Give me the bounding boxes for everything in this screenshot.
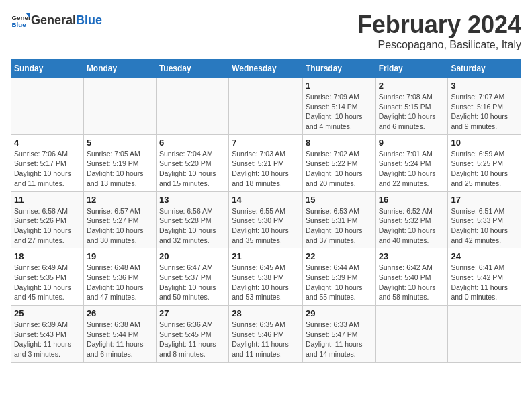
calendar-cell: 20Sunrise: 6:47 AM Sunset: 5:37 PM Dayli…	[156, 248, 228, 306]
calendar-cell: 22Sunrise: 6:44 AM Sunset: 5:39 PM Dayli…	[302, 248, 375, 306]
day-number: 28	[232, 308, 300, 318]
calendar-table: SundayMondayTuesdayWednesdayThursdayFrid…	[11, 59, 521, 363]
day-number: 1	[306, 81, 373, 91]
calendar-cell: 17Sunrise: 6:51 AM Sunset: 5:33 PM Dayli…	[448, 191, 521, 248]
calendar-cell: 9Sunrise: 7:01 AM Sunset: 5:24 PM Daylig…	[375, 134, 448, 191]
day-info: Sunrise: 7:09 AM Sunset: 5:14 PM Dayligh…	[306, 92, 373, 132]
day-number: 12	[87, 195, 153, 205]
day-info: Sunrise: 6:51 AM Sunset: 5:33 PM Dayligh…	[451, 206, 518, 246]
calendar-cell	[11, 78, 84, 135]
calendar-cell	[448, 306, 521, 363]
day-number: 10	[451, 138, 518, 148]
column-headers: SundayMondayTuesdayWednesdayThursdayFrid…	[11, 60, 521, 78]
column-header-monday: Monday	[83, 60, 156, 78]
day-number: 11	[14, 195, 81, 205]
day-info: Sunrise: 7:04 AM Sunset: 5:20 PM Dayligh…	[159, 149, 226, 189]
calendar-cell: 7Sunrise: 7:03 AM Sunset: 5:21 PM Daylig…	[229, 134, 303, 191]
day-info: Sunrise: 6:48 AM Sunset: 5:36 PM Dayligh…	[87, 263, 153, 302]
calendar-cell: 15Sunrise: 6:53 AM Sunset: 5:31 PM Dayli…	[302, 191, 375, 248]
calendar-cell: 3Sunrise: 7:07 AM Sunset: 5:16 PM Daylig…	[448, 78, 521, 135]
calendar-cell: 4Sunrise: 7:06 AM Sunset: 5:17 PM Daylig…	[11, 134, 84, 191]
day-number: 26	[87, 308, 153, 318]
subtitle: Pescopagano, Basilicate, Italy	[357, 39, 521, 51]
calendar-cell: 19Sunrise: 6:48 AM Sunset: 5:36 PM Dayli…	[83, 248, 156, 306]
day-number: 29	[306, 308, 373, 318]
week-row-5: 25Sunrise: 6:39 AM Sunset: 5:43 PM Dayli…	[11, 306, 521, 363]
day-info: Sunrise: 6:47 AM Sunset: 5:37 PM Dayligh…	[159, 263, 226, 302]
day-info: Sunrise: 7:02 AM Sunset: 5:22 PM Dayligh…	[306, 149, 373, 189]
main-title: February 2024	[357, 11, 521, 39]
day-info: Sunrise: 6:56 AM Sunset: 5:28 PM Dayligh…	[159, 206, 226, 246]
day-number: 23	[379, 251, 445, 261]
day-number: 4	[14, 138, 81, 148]
day-number: 2	[379, 81, 445, 91]
calendar-cell: 18Sunrise: 6:49 AM Sunset: 5:35 PM Dayli…	[11, 248, 84, 306]
logo-icon: General Blue	[11, 11, 30, 30]
calendar-cell: 21Sunrise: 6:45 AM Sunset: 5:38 PM Dayli…	[229, 248, 303, 306]
calendar-cell: 8Sunrise: 7:02 AM Sunset: 5:22 PM Daylig…	[302, 134, 375, 191]
day-number: 27	[159, 308, 226, 318]
day-number: 16	[379, 195, 445, 205]
day-info: Sunrise: 6:57 AM Sunset: 5:27 PM Dayligh…	[87, 206, 153, 246]
calendar-cell	[156, 78, 228, 135]
calendar-cell	[229, 78, 303, 135]
day-number: 8	[306, 138, 373, 148]
column-header-tuesday: Tuesday	[156, 60, 228, 78]
calendar-cell: 25Sunrise: 6:39 AM Sunset: 5:43 PM Dayli…	[11, 306, 84, 363]
day-info: Sunrise: 7:01 AM Sunset: 5:24 PM Dayligh…	[379, 149, 445, 189]
calendar-cell: 14Sunrise: 6:55 AM Sunset: 5:30 PM Dayli…	[229, 191, 303, 248]
day-info: Sunrise: 6:53 AM Sunset: 5:31 PM Dayligh…	[306, 206, 373, 246]
calendar-cell: 6Sunrise: 7:04 AM Sunset: 5:20 PM Daylig…	[156, 134, 228, 191]
column-header-friday: Friday	[375, 60, 448, 78]
day-info: Sunrise: 6:49 AM Sunset: 5:35 PM Dayligh…	[14, 263, 81, 302]
day-number: 5	[87, 138, 153, 148]
day-number: 17	[451, 195, 518, 205]
day-info: Sunrise: 6:52 AM Sunset: 5:32 PM Dayligh…	[379, 206, 445, 246]
calendar-cell: 28Sunrise: 6:35 AM Sunset: 5:46 PM Dayli…	[229, 306, 303, 363]
column-header-wednesday: Wednesday	[229, 60, 303, 78]
calendar-cell: 26Sunrise: 6:38 AM Sunset: 5:44 PM Dayli…	[83, 306, 156, 363]
day-info: Sunrise: 6:45 AM Sunset: 5:38 PM Dayligh…	[232, 263, 300, 302]
day-number: 3	[451, 81, 518, 91]
calendar-cell: 12Sunrise: 6:57 AM Sunset: 5:27 PM Dayli…	[83, 191, 156, 248]
day-info: Sunrise: 6:36 AM Sunset: 5:45 PM Dayligh…	[159, 320, 226, 359]
day-number: 24	[451, 251, 518, 261]
day-number: 19	[87, 251, 153, 261]
title-area: February 2024 Pescopagano, Basilicate, I…	[357, 11, 521, 51]
day-info: Sunrise: 6:35 AM Sunset: 5:46 PM Dayligh…	[232, 320, 300, 359]
calendar-cell: 2Sunrise: 7:08 AM Sunset: 5:15 PM Daylig…	[375, 78, 448, 135]
day-number: 25	[14, 308, 81, 318]
calendar-cell: 29Sunrise: 6:33 AM Sunset: 5:47 PM Dayli…	[302, 306, 375, 363]
day-info: Sunrise: 6:44 AM Sunset: 5:39 PM Dayligh…	[306, 263, 373, 302]
calendar-cell: 27Sunrise: 6:36 AM Sunset: 5:45 PM Dayli…	[156, 306, 228, 363]
calendar-cell: 11Sunrise: 6:58 AM Sunset: 5:26 PM Dayli…	[11, 191, 84, 248]
day-info: Sunrise: 6:42 AM Sunset: 5:40 PM Dayligh…	[379, 263, 445, 302]
calendar-cell: 10Sunrise: 6:59 AM Sunset: 5:25 PM Dayli…	[448, 134, 521, 191]
day-info: Sunrise: 6:41 AM Sunset: 5:42 PM Dayligh…	[451, 263, 518, 302]
svg-text:Blue: Blue	[11, 21, 26, 28]
day-number: 13	[159, 195, 226, 205]
column-header-thursday: Thursday	[302, 60, 375, 78]
day-number: 15	[306, 195, 373, 205]
day-info: Sunrise: 6:39 AM Sunset: 5:43 PM Dayligh…	[14, 320, 81, 359]
header: General Blue GeneralBlue February 2024 P…	[11, 11, 521, 51]
calendar-cell: 5Sunrise: 7:05 AM Sunset: 5:19 PM Daylig…	[83, 134, 156, 191]
calendar-cell	[375, 306, 448, 363]
day-info: Sunrise: 6:58 AM Sunset: 5:26 PM Dayligh…	[14, 206, 81, 246]
logo: General Blue GeneralBlue	[11, 11, 102, 30]
week-row-1: 1Sunrise: 7:09 AM Sunset: 5:14 PM Daylig…	[11, 78, 521, 135]
day-info: Sunrise: 7:03 AM Sunset: 5:21 PM Dayligh…	[232, 149, 300, 189]
day-info: Sunrise: 7:08 AM Sunset: 5:15 PM Dayligh…	[379, 92, 445, 132]
calendar-cell	[83, 78, 156, 135]
calendar-cell: 16Sunrise: 6:52 AM Sunset: 5:32 PM Dayli…	[375, 191, 448, 248]
week-row-2: 4Sunrise: 7:06 AM Sunset: 5:17 PM Daylig…	[11, 134, 521, 191]
day-number: 21	[232, 251, 300, 261]
calendar-cell: 24Sunrise: 6:41 AM Sunset: 5:42 PM Dayli…	[448, 248, 521, 306]
day-info: Sunrise: 7:05 AM Sunset: 5:19 PM Dayligh…	[87, 149, 153, 189]
day-info: Sunrise: 6:33 AM Sunset: 5:47 PM Dayligh…	[306, 320, 373, 359]
logo-general-text: General	[31, 13, 76, 28]
day-info: Sunrise: 6:38 AM Sunset: 5:44 PM Dayligh…	[87, 320, 153, 359]
logo-blue-text: Blue	[76, 13, 102, 28]
day-number: 6	[159, 138, 226, 148]
calendar-cell: 13Sunrise: 6:56 AM Sunset: 5:28 PM Dayli…	[156, 191, 228, 248]
